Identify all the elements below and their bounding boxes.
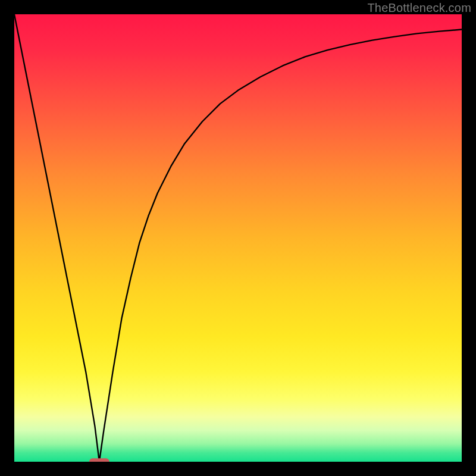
plot-area — [14, 14, 462, 462]
watermark-text: TheBottleneck.com — [367, 1, 471, 15]
minimum-marker — [89, 458, 109, 462]
bottleneck-curve — [14, 14, 462, 462]
chart-frame: TheBottleneck.com — [0, 0, 476, 476]
curve-layer — [14, 14, 462, 462]
